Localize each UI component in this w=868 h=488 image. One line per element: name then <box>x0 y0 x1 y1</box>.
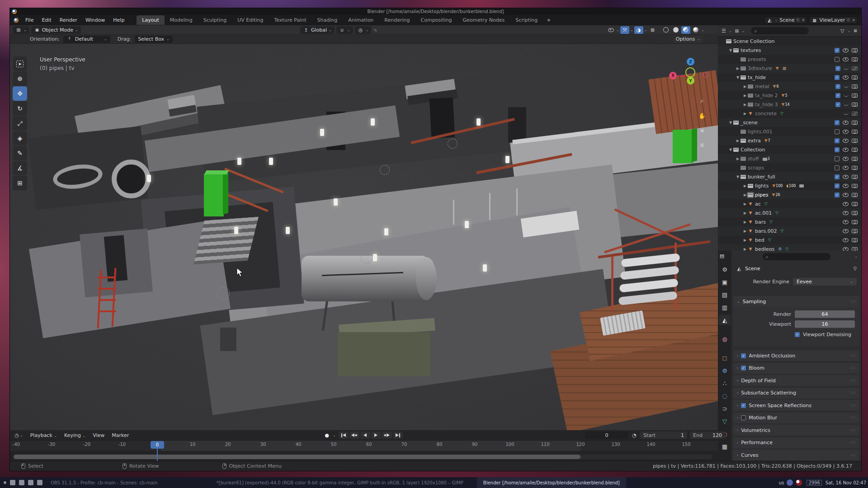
pin-icon[interactable]: ⚲ <box>853 266 857 272</box>
eye-open-icon[interactable] <box>843 121 849 125</box>
tool-transform[interactable]: ◈ <box>13 131 27 145</box>
camera-visibility-icon[interactable] <box>852 175 858 179</box>
viewport-denoising-checkbox[interactable]: ✓ <box>795 332 800 337</box>
expander-icon[interactable]: ▶ <box>742 211 748 215</box>
snap-toggle[interactable]: ∪⌄ <box>336 26 353 34</box>
eye-open-icon[interactable] <box>843 175 849 179</box>
panel-checkbox[interactable]: ✓ <box>741 366 746 371</box>
outliner-row--scene[interactable]: ▼_scene✓ <box>718 118 861 127</box>
expander-icon[interactable]: ▶ <box>742 184 748 188</box>
outliner-row-scraps[interactable]: scraps <box>718 163 861 172</box>
properties-tab-render[interactable]: ▣ <box>719 277 731 287</box>
mode-selector[interactable]: ▣ Object Mode ⌄ <box>31 26 81 34</box>
show-visibility-toggle[interactable] <box>606 26 615 34</box>
shading-solid-button[interactable] <box>671 26 680 34</box>
expander-icon[interactable]: ▶ <box>735 139 741 143</box>
tab-compositing[interactable]: Compositing <box>415 15 458 25</box>
camera-visibility-icon[interactable] <box>852 157 858 161</box>
panel-grip-icon[interactable] <box>850 453 856 457</box>
camera-visibility-icon[interactable] <box>852 184 858 188</box>
timeline-menu-view[interactable]: View <box>89 432 108 439</box>
expander-icon[interactable]: ▶ <box>742 94 748 98</box>
shading-wireframe-button[interactable] <box>661 26 670 34</box>
orientation-selector[interactable]: ↥ Global ⌄ <box>300 26 335 34</box>
eye-closed-icon[interactable] <box>844 103 849 106</box>
expander-icon[interactable]: ▶ <box>742 202 748 206</box>
eye-open-icon[interactable] <box>843 184 849 188</box>
eye-open-icon[interactable] <box>843 229 849 233</box>
display-mode-icon[interactable]: ▤ <box>734 28 740 34</box>
outliner-row-ac-001[interactable]: ▶▼ac.001▽ <box>718 208 861 217</box>
exclude-checkbox[interactable]: ✓ <box>835 66 840 71</box>
properties-tab-scene[interactable]: ◭ <box>719 315 731 325</box>
properties-editor-icon[interactable]: ▤ <box>719 253 725 259</box>
tab-modeling[interactable]: Modeling <box>165 15 198 25</box>
tab-geometry-nodes[interactable]: Geometry Nodes <box>457 15 510 25</box>
properties-tab-object[interactable]: ◻ <box>719 353 731 363</box>
prev-keyframe-button[interactable]: ◆ <box>349 432 359 439</box>
keyboard-layout-indicator[interactable]: us <box>779 480 784 485</box>
expander-icon[interactable]: ▶ <box>735 157 741 161</box>
expander-icon[interactable]: ▶ <box>742 238 748 242</box>
eye-open-icon[interactable] <box>843 48 849 52</box>
pan-hand-icon[interactable]: ✋ <box>696 110 708 122</box>
play-reverse-button[interactable] <box>360 432 370 439</box>
properties-tab-view-layer[interactable]: ▥ <box>719 302 731 312</box>
show-gizmo-toggle[interactable]: ⤧ <box>620 26 629 34</box>
taskbar-window-icon[interactable] <box>4 481 6 484</box>
frame-end-field[interactable]: End 120 <box>690 432 725 439</box>
options-dropdown[interactable]: Options ⌄ <box>673 36 703 43</box>
current-frame-field[interactable]: 0 <box>585 432 628 439</box>
properties-tab-particles[interactable]: ∴ <box>719 378 731 388</box>
eye-open-icon[interactable] <box>843 130 849 134</box>
tool-measure[interactable]: ∡ <box>13 161 27 175</box>
panel-performance[interactable]: ›Performance <box>733 437 859 448</box>
viewport-menu-object[interactable] <box>104 29 111 31</box>
taskbar-gimp-window[interactable]: *[bunker61] (exported)-44.0 (RGB color 8… <box>217 480 463 485</box>
eye-closed-icon[interactable] <box>844 112 849 115</box>
exclude-checkbox[interactable] <box>835 156 840 161</box>
expander-icon[interactable]: ▼ <box>728 121 733 125</box>
outliner-row-ac[interactable]: ▶▼ac▽ <box>718 199 861 208</box>
tab-texture-paint[interactable]: Texture Paint <box>269 15 312 25</box>
taskbar-window-icon[interactable] <box>37 480 42 485</box>
remove-viewlayer-icon[interactable]: ✕ <box>852 18 855 23</box>
panel-grip-icon[interactable] <box>850 366 856 370</box>
eye-open-icon[interactable] <box>843 193 849 197</box>
outliner-row-bed[interactable]: ▶▼bed▽ <box>718 235 861 244</box>
camera-visibility-icon[interactable] <box>852 211 858 215</box>
exclude-checkbox[interactable]: ✓ <box>835 102 840 107</box>
timeline-editor-icon[interactable]: ◷ <box>14 432 20 438</box>
taskbar-window-icon[interactable] <box>10 480 15 485</box>
panel-ambient-occlusion[interactable]: ›✓Ambient Occlusion <box>733 350 859 361</box>
panel-grip-icon[interactable] <box>850 354 856 358</box>
jump-end-button[interactable] <box>393 432 403 439</box>
current-frame-badge[interactable]: 0 <box>151 441 164 449</box>
exclude-checkbox[interactable]: ✓ <box>835 84 840 89</box>
timeline-scrollbar-thumb[interactable] <box>14 455 580 459</box>
eye-open-icon[interactable] <box>843 157 849 161</box>
timeline-menu-marker[interactable]: Marker <box>108 432 132 439</box>
eye-open-icon[interactable] <box>843 220 849 224</box>
outliner-row-collection[interactable]: ▼Collection✓ <box>718 145 861 154</box>
taskbar-window-icon[interactable] <box>28 480 33 485</box>
camera-visibility-icon[interactable] <box>852 112 858 116</box>
properties-tab-texture[interactable]: ▦ <box>719 441 731 451</box>
panel-checkbox[interactable]: ✓ <box>741 353 746 358</box>
3d-viewport[interactable]: .lght{width:9px;height:16px;border-radiu… <box>10 44 718 430</box>
eye-closed-icon[interactable] <box>844 94 849 97</box>
outliner-row-presets[interactable]: presets <box>718 55 861 64</box>
tool-rotate[interactable]: ↻ <box>13 101 27 116</box>
viewport-menu-view[interactable] <box>82 29 89 31</box>
eye-open-icon[interactable] <box>843 247 849 251</box>
timeline-menu-playback[interactable]: Playback ⌄ <box>27 432 61 439</box>
gizmo-x-axis[interactable]: X <box>669 72 677 80</box>
unlink-scene-icon[interactable]: ✕ <box>802 18 805 23</box>
jump-start-button[interactable] <box>339 432 349 439</box>
camera-visibility-icon[interactable] <box>852 94 858 98</box>
sampling-panel-header[interactable]: ⌄ Sampling <box>733 296 859 307</box>
outliner-row-3dtexture[interactable]: ▶3dtexture▼▦✓ <box>718 64 861 73</box>
tool-add-cube[interactable]: ⊞ <box>13 176 27 190</box>
next-keyframe-button[interactable]: ◆ <box>382 432 392 439</box>
tool-select-box[interactable]: ➤ <box>13 56 27 71</box>
